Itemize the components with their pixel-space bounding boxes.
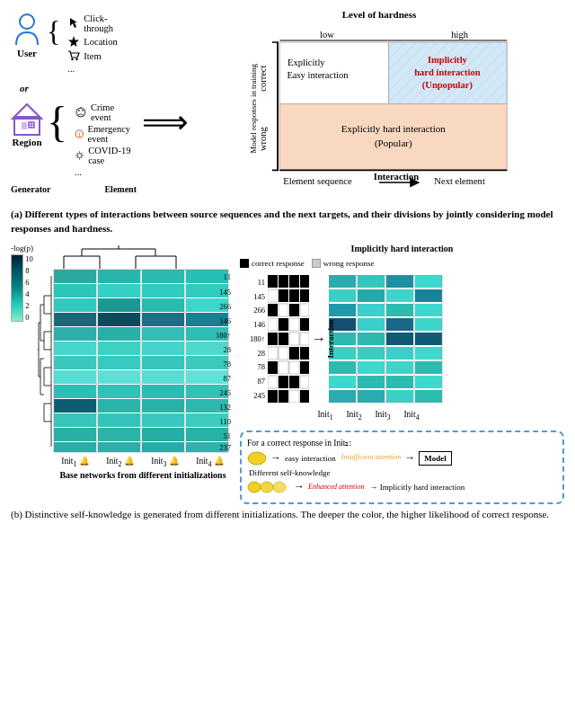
dendrogram-top [37,244,233,269]
svg-rect-138 [98,413,140,427]
svg-rect-223 [415,376,442,388]
x-axis-title: Base networks from different initializat… [53,470,233,480]
svg-rect-196 [329,289,356,302]
generator-label: Generator [11,184,50,194]
annotation-box: For a correct response in Init₂: → easy … [240,431,564,504]
svg-text:(Unpopular): (Unpopular) [422,80,473,91]
chart-area: low high Explicitly Easy interaction [194,23,564,199]
easy-shape-icon [247,451,267,466]
bw-grid [268,275,309,403]
svg-rect-172 [268,333,278,345]
svg-point-12 [82,110,84,111]
svg-text:wrong: wrong [258,126,268,151]
svg-rect-127 [54,385,96,398]
hard-shapes-icon [247,480,290,494]
svg-rect-88 [98,270,140,283]
dendrogram-left [37,269,53,453]
svg-text:Implicitly: Implicitly [428,55,468,65]
svg-rect-224 [329,390,356,403]
svg-rect-182 [289,361,299,374]
svg-rect-94 [142,284,184,297]
svg-rect-191 [300,390,309,403]
svg-rect-123 [98,370,140,384]
implicitly-hard-flow: → Enhanced attention → Implicitly hard i… [247,480,557,494]
svg-rect-205 [358,318,385,331]
svg-rect-145 [186,428,228,441]
svg-rect-97 [54,298,96,312]
svg-rect-102 [54,313,96,326]
arrow-right-icon: ⟹ [142,103,189,141]
svg-rect-104 [142,313,184,326]
heatmap-x-labels: Init1 🔔 Init2 🔔 Init3 🔔 Init4 🔔 [53,456,233,468]
svg-rect-117 [54,356,96,369]
svg-rect-137 [54,413,96,427]
user-icon [11,13,43,46]
svg-rect-93 [98,284,140,297]
svg-text:Next element: Next element [434,176,485,186]
svg-rect-169 [279,318,288,331]
svg-rect-89 [142,270,184,283]
svg-rect-157 [279,275,288,288]
svg-rect-103 [98,313,140,326]
brace-item-clickthrough: Click-through [67,13,137,33]
svg-rect-129 [142,385,184,398]
svg-rect-192 [329,275,356,288]
chart-title: Level of hardness [194,9,564,20]
svg-rect-190 [289,390,299,403]
svg-rect-227 [415,390,442,403]
svg-rect-177 [279,347,288,360]
svg-rect-133 [98,399,140,413]
svg-rect-156 [268,275,278,288]
svg-rect-139 [142,413,184,427]
svg-rect-222 [386,376,413,388]
svg-rect-120 [186,356,228,369]
element-label: Element [104,184,137,194]
svg-text:!: ! [79,132,81,138]
svg-rect-128 [98,385,140,398]
svg-rect-134 [142,399,184,413]
svg-text:110: 110 [220,417,231,426]
implicitly-hard-label: → Implicitly hard interaction [369,483,464,492]
svg-text:87: 87 [224,374,232,383]
svg-text:146: 146 [219,316,231,325]
svg-text:(Popular): (Popular) [375,138,412,149]
svg-rect-226 [386,390,413,403]
svg-marker-1 [68,36,79,47]
svg-rect-115 [186,342,228,355]
left-panel: User { Click-through [11,13,137,194]
svg-rect-219 [415,361,442,374]
svg-rect-112 [54,342,96,355]
svg-rect-167 [300,304,309,316]
easy-label: easy interaction [285,454,336,463]
svg-rect-166 [289,304,299,316]
annotation-title: For a correct response in Init₂: [247,438,557,448]
svg-rect-162 [289,289,299,302]
svg-rect-218 [386,361,413,374]
svg-rect-197 [358,289,385,302]
svg-rect-202 [386,304,413,316]
svg-text:hard interaction: hard interaction [414,67,481,77]
enhanced-label: Enhanced attention [308,483,364,491]
svg-rect-185 [279,376,288,388]
svg-text:Easy interaction: Easy interaction [287,70,349,80]
flow-arrow-1: → [270,451,281,465]
svg-text:132: 132 [219,403,231,412]
svg-rect-220 [329,376,356,388]
svg-text:11: 11 [224,272,231,281]
svg-rect-209 [358,333,385,345]
user-label: User [17,48,37,58]
svg-line-22 [76,153,78,155]
svg-rect-108 [98,327,140,341]
svg-rect-215 [415,347,442,360]
svg-rect-211 [415,333,442,345]
legend-correct-box [240,259,249,268]
brace-item-crime: Crime event [75,102,137,122]
svg-rect-175 [300,333,309,345]
svg-rect-198 [386,289,413,302]
svg-rect-92 [54,284,96,297]
svg-rect-207 [415,318,442,331]
diagram-b: -log(p) 10 8 6 4 2 0 [11,244,564,504]
svg-rect-199 [415,289,442,302]
arrow-to-colored: → [312,331,326,347]
colorbar-title: -log(p) [11,244,33,253]
